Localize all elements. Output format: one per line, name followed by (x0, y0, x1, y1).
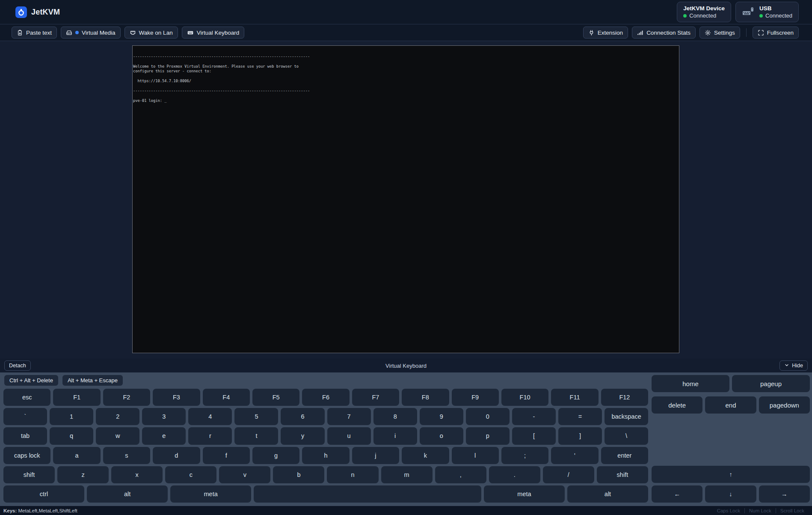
key-x[interactable]: x (111, 466, 163, 483)
key-end[interactable]: end (705, 396, 756, 414)
key-F10[interactable]: F10 (501, 389, 548, 406)
key-2[interactable]: 2 (96, 408, 139, 425)
key-ctrl[interactable]: ctrl (3, 485, 84, 503)
key-tab[interactable]: tab (3, 427, 47, 444)
shortcut-ctrl-alt-delete[interactable]: Ctrl + Alt + Delete (4, 375, 58, 386)
key-h[interactable]: h (302, 447, 349, 464)
pressed-keys: Keys: MetaLeft,MetaLeft,ShiftLeft (3, 508, 77, 513)
key-arrow-down[interactable]: ↓ (705, 485, 756, 503)
key-shift[interactable]: shift (597, 466, 648, 483)
key-b[interactable]: b (273, 466, 324, 483)
key-z[interactable]: z (57, 466, 109, 483)
paste-text-button[interactable]: Paste text (12, 27, 57, 39)
key-F9[interactable]: F9 (452, 389, 499, 406)
key-3[interactable]: 3 (142, 408, 186, 425)
key-w[interactable]: w (96, 427, 139, 444)
key-[[interactable]: [ (512, 427, 556, 444)
fullscreen-button[interactable]: Fullscreen (753, 27, 799, 39)
key-esc[interactable]: esc (3, 389, 50, 406)
key-home[interactable]: home (652, 375, 729, 392)
key-arrow-left[interactable]: ← (652, 485, 702, 503)
key-F7[interactable]: F7 (352, 389, 399, 406)
connection-stats-button[interactable]: Connection Stats (632, 27, 696, 39)
extension-button[interactable]: Extension (583, 27, 628, 39)
key-.[interactable]: . (489, 466, 540, 483)
key-7[interactable]: 7 (327, 408, 371, 425)
settings-button[interactable]: Settings (699, 27, 740, 39)
hide-button[interactable]: Hide (779, 360, 808, 371)
key-o[interactable]: o (420, 427, 463, 444)
key-m[interactable]: m (381, 466, 433, 483)
key-,[interactable]: , (435, 466, 486, 483)
key-enter[interactable]: enter (601, 447, 648, 464)
key-F12[interactable]: F12 (601, 389, 648, 406)
key-F5[interactable]: F5 (252, 389, 299, 406)
key-g[interactable]: g (252, 447, 299, 464)
key-meta[interactable]: meta (170, 485, 251, 503)
key-arrow-up[interactable]: ↑ (652, 466, 810, 483)
key-F6[interactable]: F6 (302, 389, 349, 406)
usb-status-card[interactable]: USB Connected (735, 2, 799, 22)
key-space[interactable] (254, 485, 481, 503)
key-q[interactable]: q (50, 427, 93, 444)
key-arrow-right[interactable]: → (759, 485, 810, 503)
key-pagedown[interactable]: pagedown (759, 396, 810, 414)
virtual-keyboard-button[interactable]: Virtual Keyboard (182, 27, 245, 39)
key-1[interactable]: 1 (50, 408, 93, 425)
key-d[interactable]: d (153, 447, 200, 464)
key-pageup[interactable]: pageup (732, 375, 810, 392)
key-i[interactable]: i (373, 427, 417, 444)
lan-port-icon (130, 30, 136, 36)
detach-button[interactable]: Detach (4, 360, 31, 371)
key-F3[interactable]: F3 (153, 389, 200, 406)
device-status-card[interactable]: JetKVM Device Connected (677, 2, 731, 22)
key-delete[interactable]: delete (652, 396, 702, 414)
key--[interactable]: - (512, 408, 556, 425)
usb-status-dot-icon (759, 14, 763, 18)
key-\[interactable]: \ (605, 427, 648, 444)
key-k[interactable]: k (402, 447, 449, 464)
shortcut-alt-meta-escape[interactable]: Alt + Meta + Escape (62, 375, 123, 386)
jetkvm-logo-icon (15, 6, 27, 18)
key-c[interactable]: c (165, 466, 216, 483)
key-t[interactable]: t (234, 427, 278, 444)
virtual-media-button[interactable]: Virtual Media (61, 27, 121, 39)
key-0[interactable]: 0 (466, 408, 510, 425)
key-F1[interactable]: F1 (53, 389, 100, 406)
key-n[interactable]: n (327, 466, 378, 483)
key-j[interactable]: j (352, 447, 399, 464)
key-8[interactable]: 8 (373, 408, 417, 425)
wake-on-lan-button[interactable]: Wake on Lan (124, 27, 178, 39)
key-e[interactable]: e (142, 427, 186, 444)
key-l[interactable]: l (452, 447, 499, 464)
key-5[interactable]: 5 (234, 408, 278, 425)
key-6[interactable]: 6 (281, 408, 324, 425)
key-y[interactable]: y (281, 427, 324, 444)
key-F11[interactable]: F11 (551, 389, 598, 406)
key-/[interactable]: / (543, 466, 594, 483)
key-`[interactable]: ` (3, 408, 47, 425)
key-s[interactable]: s (103, 447, 150, 464)
key-F4[interactable]: F4 (203, 389, 250, 406)
key-F8[interactable]: F8 (402, 389, 449, 406)
key-F2[interactable]: F2 (103, 389, 150, 406)
key-a[interactable]: a (53, 447, 100, 464)
key-9[interactable]: 9 (420, 408, 463, 425)
key-4[interactable]: 4 (188, 408, 232, 425)
key-alt[interactable]: alt (567, 485, 648, 503)
key-'[interactable]: ' (551, 447, 598, 464)
key-backspace[interactable]: backspace (605, 408, 648, 425)
key-=[interactable]: = (558, 408, 602, 425)
key-alt[interactable]: alt (87, 485, 168, 503)
key-r[interactable]: r (188, 427, 232, 444)
key-v[interactable]: v (219, 466, 270, 483)
key-f[interactable]: f (203, 447, 250, 464)
key-][interactable]: ] (558, 427, 602, 444)
remote-screen[interactable]: ----------------------------------------… (132, 45, 679, 353)
key-p[interactable]: p (466, 427, 510, 444)
key-shift[interactable]: shift (3, 466, 55, 483)
key-caps lock[interactable]: caps lock (3, 447, 50, 464)
key-;[interactable]: ; (501, 447, 548, 464)
key-meta[interactable]: meta (484, 485, 565, 503)
key-u[interactable]: u (327, 427, 371, 444)
